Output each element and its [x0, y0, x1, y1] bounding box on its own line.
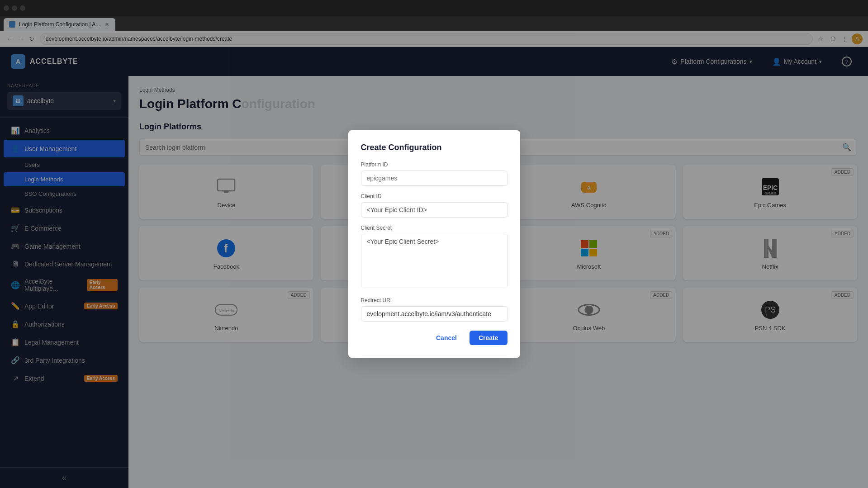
client-secret-textarea[interactable] — [361, 234, 508, 288]
redirect-uri-input[interactable] — [361, 306, 508, 322]
client-id-field: Client ID — [361, 193, 508, 218]
dialog-title: Create Configuration — [361, 143, 508, 152]
client-secret-label: Client Secret — [361, 225, 508, 231]
dialog-overlay[interactable]: Create Configuration Platform ID Client … — [0, 0, 868, 488]
dialog-actions: Cancel Create — [361, 331, 508, 345]
create-configuration-dialog: Create Configuration Platform ID Client … — [348, 130, 520, 358]
client-id-input[interactable] — [361, 202, 508, 218]
redirect-uri-field: Redirect URI — [361, 297, 508, 322]
platform-id-label: Platform ID — [361, 161, 508, 168]
client-secret-field: Client Secret — [361, 225, 508, 290]
platform-id-field: Platform ID — [361, 161, 508, 186]
platform-id-input[interactable] — [361, 171, 508, 186]
cancel-button[interactable]: Cancel — [429, 331, 464, 345]
create-button[interactable]: Create — [470, 331, 508, 345]
client-id-label: Client ID — [361, 193, 508, 199]
redirect-uri-label: Redirect URI — [361, 297, 508, 303]
